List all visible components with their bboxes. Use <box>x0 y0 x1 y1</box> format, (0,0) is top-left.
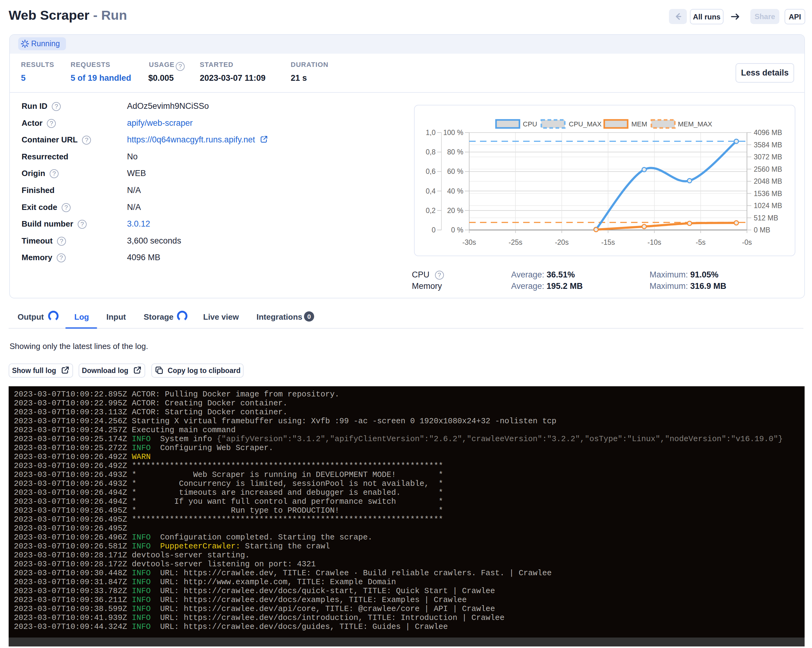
svg-text:-5s: -5s <box>696 238 706 246</box>
svg-text:0,4: 0,4 <box>426 187 436 195</box>
svg-text:CPU_MAX: CPU_MAX <box>569 120 602 128</box>
svg-text:60 %: 60 % <box>447 168 463 175</box>
svg-text:2560 MB: 2560 MB <box>754 165 782 173</box>
svg-text:0,2: 0,2 <box>426 207 436 215</box>
svg-text:4096 MB: 4096 MB <box>754 128 782 137</box>
svg-text:MEM_MAX: MEM_MAX <box>678 120 713 128</box>
svg-text:-15s: -15s <box>601 238 615 246</box>
svg-text:CPU: CPU <box>523 120 537 128</box>
svg-text:512 MB: 512 MB <box>754 214 778 222</box>
svg-text:-0s: -0s <box>742 238 752 246</box>
svg-text:-10s: -10s <box>647 238 661 246</box>
svg-text:0 MB: 0 MB <box>754 226 770 234</box>
svg-text:1024 MB: 1024 MB <box>754 201 782 210</box>
svg-text:0,6: 0,6 <box>426 168 436 175</box>
svg-text:80 %: 80 % <box>447 148 463 156</box>
svg-text:40 %: 40 % <box>447 187 463 195</box>
svg-text:0 %: 0 % <box>451 226 463 234</box>
svg-text:3072 MB: 3072 MB <box>754 153 782 161</box>
svg-text:1536 MB: 1536 MB <box>754 190 782 198</box>
svg-text:-30s: -30s <box>462 238 476 246</box>
svg-text:3584 MB: 3584 MB <box>754 141 782 149</box>
svg-text:0: 0 <box>432 226 436 234</box>
svg-text:0,8: 0,8 <box>426 148 436 156</box>
svg-text:100 %: 100 % <box>443 128 463 137</box>
svg-text:-25s: -25s <box>509 238 522 246</box>
svg-text:-20s: -20s <box>555 238 569 246</box>
svg-text:2048 MB: 2048 MB <box>754 177 782 185</box>
svg-text:1,0: 1,0 <box>426 128 436 137</box>
svg-text:20 %: 20 % <box>447 207 463 215</box>
svg-text:MEM: MEM <box>631 120 647 128</box>
